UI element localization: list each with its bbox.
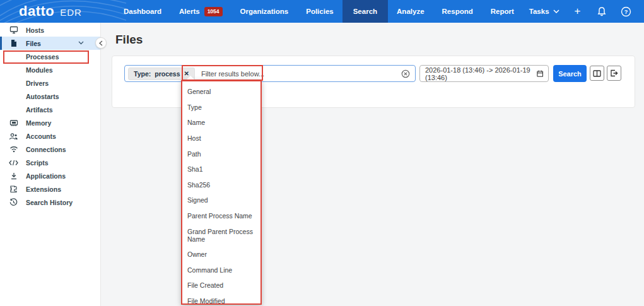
sidebar-item-artifacts[interactable]: Artifacts: [0, 103, 100, 116]
sidebar-item-processes[interactable]: Processes: [0, 50, 100, 63]
alerts-count-badge: 1054: [204, 7, 223, 16]
nav-item-alerts[interactable]: Alerts 1054: [170, 0, 231, 23]
download-icon: [9, 172, 18, 180]
sidebar-item-accounts[interactable]: Accounts: [0, 129, 100, 143]
plus-icon[interactable]: +: [566, 5, 590, 18]
sidebar-item-drivers[interactable]: Drivers: [0, 76, 100, 90]
notifications-button[interactable]: [590, 6, 614, 17]
chevron-down-icon: [553, 9, 559, 13]
sidebar-item-files[interactable]: Files: [0, 37, 100, 50]
filter-field-dropdown: General Type Name Host Path Sha1 Sha256 …: [181, 80, 262, 305]
nav-menu: Dashboard Alerts 1054 Organizations Poli…: [115, 0, 523, 23]
nav-item-report[interactable]: Report: [482, 0, 523, 23]
edr-product-label: EDR: [60, 7, 82, 18]
sidebar-item-hosts[interactable]: Hosts: [0, 23, 100, 37]
sidebar-item-scripts[interactable]: Scripts: [0, 156, 100, 169]
dropdown-item-path[interactable]: Path: [181, 146, 262, 162]
bell-icon: [597, 6, 607, 17]
filter-chip-type-process[interactable]: Type: process ✕: [128, 68, 195, 80]
help-icon: ?: [621, 6, 631, 17]
dropdown-item-sha256[interactable]: Sha256: [181, 177, 262, 193]
dropdown-item-signed[interactable]: Signed: [181, 192, 262, 208]
nav-right: Tasks + ? 1K: [523, 5, 644, 18]
sidebar-item-memory[interactable]: Memory: [0, 116, 100, 129]
columns-icon: [593, 70, 601, 77]
sidebar: Hosts Files Processes Modules Drivers Au…: [0, 23, 101, 306]
calendar-icon: [537, 69, 543, 78]
dropdown-item-file-modified[interactable]: File Modified: [181, 293, 262, 305]
sidebar-item-connections[interactable]: Connections: [0, 143, 100, 156]
clear-filter-button[interactable]: [401, 69, 410, 78]
page-title: Files: [115, 33, 143, 47]
filter-input[interactable]: [201, 70, 415, 78]
file-icon: [9, 39, 18, 47]
nav-item-search[interactable]: Search: [342, 0, 388, 23]
dropdown-item-grand-parent-process-name[interactable]: Grand Parent Process Name: [181, 223, 262, 247]
nav-item-analyze[interactable]: Analyze: [388, 0, 433, 23]
dropdown-item-general[interactable]: General: [181, 84, 262, 100]
account-button[interactable]: [638, 6, 644, 17]
datto-logo: datto: [19, 3, 54, 20]
dropdown-item-sha1[interactable]: Sha1: [181, 162, 262, 177]
nav-item-respond[interactable]: Respond: [433, 0, 482, 23]
chevron-down-icon: [78, 41, 84, 45]
filter-input-container[interactable]: Type: process ✕: [124, 65, 416, 82]
memory-icon: [9, 119, 18, 127]
nav-item-policies[interactable]: Policies: [297, 0, 342, 23]
chip-value: process: [155, 70, 180, 78]
sidebar-item-modules[interactable]: Modules: [0, 63, 100, 76]
chip-label: Type:: [134, 70, 151, 78]
dropdown-item-name[interactable]: Name: [181, 115, 262, 131]
dropdown-item-parent-process-name[interactable]: Parent Process Name: [181, 208, 262, 224]
tasks-menu[interactable]: Tasks: [523, 8, 566, 15]
wifi-icon: [9, 146, 18, 153]
nav-item-organizations[interactable]: Organizations: [231, 0, 298, 23]
sidebar-item-search-history[interactable]: Search History: [0, 196, 100, 209]
history-icon: [9, 198, 18, 206]
columns-view-button[interactable]: [590, 66, 604, 81]
dropdown-item-owner[interactable]: Owner: [181, 247, 262, 262]
close-icon[interactable]: ✕: [184, 70, 189, 77]
sidebar-collapse-button[interactable]: [95, 37, 107, 49]
search-button[interactable]: Search: [553, 65, 587, 82]
monitor-icon: [9, 26, 18, 34]
svg-text:?: ?: [624, 9, 628, 15]
export-button[interactable]: [607, 66, 621, 81]
dropdown-item-file-created[interactable]: File Created: [181, 278, 262, 293]
code-icon: [9, 160, 18, 166]
export-icon: [610, 69, 618, 77]
extension-icon: [9, 185, 18, 193]
sidebar-item-extensions[interactable]: Extensions: [0, 182, 100, 196]
sidebar-item-applications[interactable]: Applications: [0, 169, 100, 182]
date-range-value: 2026-01-18 (13:46) -> 2026-01-19 (13:46): [425, 66, 537, 81]
dropdown-item-command-line[interactable]: Command Line: [181, 262, 262, 278]
sidebar-item-autostarts[interactable]: Autostarts: [0, 90, 100, 103]
top-nav: datto EDR Dashboard Alerts 1054 Organiza…: [0, 0, 644, 23]
people-icon: [9, 132, 18, 140]
chevron-left-icon: [99, 40, 103, 46]
help-button[interactable]: ?: [614, 6, 638, 17]
date-range-picker[interactable]: 2026-01-18 (13:46) -> 2026-01-19 (13:46): [419, 65, 549, 82]
dropdown-item-type[interactable]: Type: [181, 100, 262, 115]
nav-item-dashboard[interactable]: Dashboard: [115, 0, 170, 23]
dropdown-item-host[interactable]: Host: [181, 131, 262, 146]
brand[interactable]: datto EDR: [19, 3, 82, 20]
clear-circle-icon: [401, 69, 410, 78]
